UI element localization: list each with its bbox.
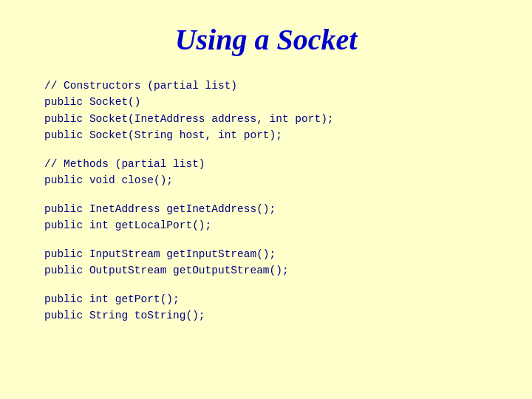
- code-line: public void close();: [44, 172, 502, 188]
- slide-title: Using a Socket: [175, 22, 358, 57]
- code-line: public int getLocalPort();: [44, 217, 502, 233]
- code-line: public int getPort();: [44, 291, 502, 307]
- slide: Using a Socket // Constructors (partial …: [0, 0, 532, 399]
- code-line: public Socket(): [44, 94, 502, 110]
- code-line: public String toString();: [44, 307, 502, 324]
- code-line: public Socket(InetAddress address, int p…: [44, 111, 502, 127]
- section-port-string: public int getPort(); public String toSt…: [44, 291, 502, 324]
- code-line: public InetAddress getInetAddress();: [44, 201, 502, 217]
- code-line: // Methods (partial list): [44, 156, 502, 172]
- code-line: public InputStream getInputStream();: [44, 246, 502, 262]
- section-constructors: // Constructors (partial list) public So…: [44, 78, 502, 144]
- section-methods: // Methods (partial list) public void cl…: [44, 156, 502, 189]
- section-streams: public InputStream getInputStream(); pub…: [44, 246, 502, 279]
- code-line: public OutputStream getOutputStream();: [44, 262, 502, 279]
- code-block: // Constructors (partial list) public So…: [30, 78, 502, 336]
- code-line: public Socket(String host, int port);: [44, 127, 502, 143]
- code-line: // Constructors (partial list): [44, 78, 502, 94]
- section-inet: public InetAddress getInetAddress(); pub…: [44, 201, 502, 234]
